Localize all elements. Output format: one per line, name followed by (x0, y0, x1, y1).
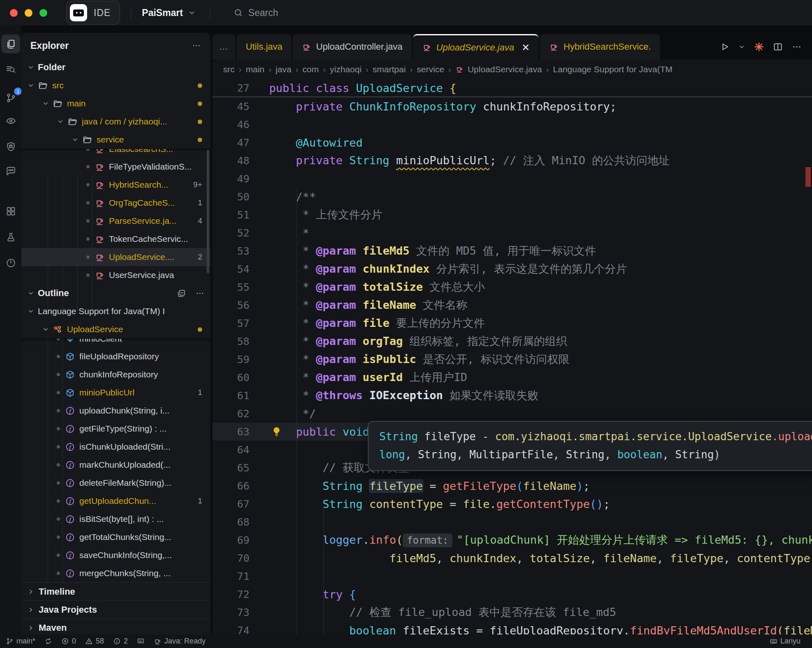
breadcrumb-item[interactable]: Language Support for Java(TM (553, 64, 673, 74)
outline-item[interactable]: fisBitSet(byte[], int) : ... (21, 510, 210, 528)
sidebar-section-java-projects[interactable]: Java Projects (21, 600, 210, 618)
line-number[interactable]: 61 (212, 390, 249, 402)
tab-UploadServicejava[interactable]: UploadService.java✕ (413, 34, 539, 60)
line-number[interactable]: 45 (212, 101, 249, 113)
more-icon[interactable] (195, 289, 205, 298)
outline-item[interactable]: fuploadChunk(String, i... (21, 402, 210, 420)
code-line-57[interactable]: 57 * @param file 要上传的分片文件 (212, 314, 812, 332)
code-line-55[interactable]: 55 * @param totalSize 文件总大小 (212, 278, 812, 296)
tab-Utilsjava[interactable]: Utils.java (237, 34, 291, 60)
explorer-item[interactable]: OrgTagCacheS...1 (21, 194, 210, 212)
code-line-53[interactable]: 53 * @param fileMd5 文件的 MD5 值, 用于唯一标识文件 (212, 242, 812, 260)
minimize-button[interactable] (25, 9, 32, 17)
code-line-56[interactable]: 56 * @param fileName 文件名称 (212, 296, 812, 314)
outline-item[interactable]: fmarkChunkUploaded(... (21, 456, 210, 474)
explorer-item[interactable]: HybridSearch...9+ (21, 176, 210, 194)
outline-item[interactable]: fgetUploadedChun...1 (21, 492, 210, 510)
code-line-54[interactable]: 54 * @param chunkIndex 分片索引, 表示这是文件的第几个分… (212, 260, 812, 278)
outline-item[interactable]: minioClient (21, 338, 210, 347)
code-line-59[interactable]: 59 * @param isPublic 是否公开, 标识文件访问权限 (212, 350, 812, 368)
outline-item[interactable]: Language Support for Java(TM) I (21, 302, 210, 320)
code-line-60[interactable]: 60 * @param userId 上传用户ID (212, 368, 812, 386)
window-controls[interactable] (10, 9, 47, 17)
explorer-item[interactable]: UserService.java (21, 266, 210, 284)
line-number[interactable]: 70 (212, 552, 249, 564)
explorer-item[interactable]: java / com / yizhaoqi... (21, 113, 210, 131)
breadcrumb-item[interactable]: src (223, 64, 235, 74)
explorer-item[interactable]: FileTypeValidationS... (21, 158, 210, 176)
outline-item[interactable]: UploadService (21, 320, 210, 338)
global-search[interactable]: Search (233, 7, 278, 18)
line-number[interactable]: 57 (212, 317, 249, 329)
code-line-71[interactable]: 71 (212, 567, 812, 585)
line-number[interactable]: 52 (212, 227, 249, 239)
line-number[interactable]: 60 (212, 372, 249, 384)
line-number[interactable]: 64 (212, 444, 249, 456)
activity-search-list-icon[interactable] (1, 60, 20, 79)
line-number[interactable]: 65 (212, 462, 249, 474)
code-line-47[interactable]: 47 @Autowired (212, 133, 812, 152)
activity-beaker-icon[interactable] (1, 227, 20, 246)
breadcrumb[interactable]: src›main›java›com›yizhaoqi›smartpai›serv… (212, 60, 812, 79)
breadcrumb-item[interactable]: smartpai (373, 64, 406, 74)
line-number[interactable]: 56 (212, 299, 249, 311)
status-keyboard-icon[interactable]: Lanyu (770, 637, 800, 646)
folder-section-header[interactable]: Folder (21, 58, 210, 76)
outline-item[interactable]: fdeleteFileMark(String)... (21, 474, 210, 492)
line-number[interactable]: 50 (212, 191, 249, 203)
outline-header[interactable]: Outline (21, 284, 210, 302)
code-line-45[interactable]: 45 private ChunkInfoRepository chunkInfo… (212, 97, 812, 115)
outline-item[interactable]: fmergeChunks(String, ... (21, 564, 210, 582)
tab-[interactable]: … (212, 34, 235, 60)
code-line-72[interactable]: 72 try { (212, 585, 812, 603)
status-git-branch-icon[interactable]: main* (6, 637, 35, 646)
lightbulb-icon[interactable] (271, 426, 282, 437)
status-java-cup-icon[interactable]: Java: Ready (154, 637, 205, 646)
close-button[interactable] (10, 9, 18, 17)
code-line-62[interactable]: 62 */ (212, 404, 812, 423)
line-number[interactable]: 67 (212, 498, 249, 510)
close-icon[interactable]: ✕ (521, 42, 530, 53)
code-editor[interactable]: 27public class UploadService {45 private… (212, 79, 812, 634)
line-number[interactable]: 72 (212, 588, 249, 600)
more-icon[interactable] (791, 41, 802, 52)
maximize-button[interactable] (39, 9, 47, 17)
code-line-61[interactable]: 61 * @throws IOException 如果文件读取失败 (212, 386, 812, 404)
line-number[interactable]: 54 (212, 263, 249, 275)
outline-item[interactable]: fisChunkUploaded(Stri... (21, 438, 210, 456)
tab-UploadControllerjava[interactable]: UploadController.java (293, 34, 411, 60)
line-number[interactable]: 48 (212, 155, 249, 167)
breadcrumb-item[interactable]: service (417, 64, 444, 74)
line-number[interactable]: 73 (212, 607, 249, 618)
line-number[interactable]: 71 (212, 570, 249, 582)
code-line-70[interactable]: 70 fileMd5, chunkIndex, totalSize, fileN… (212, 549, 812, 567)
line-number[interactable]: 69 (212, 534, 249, 546)
starburst-icon[interactable] (754, 41, 764, 52)
line-number[interactable]: 49 (212, 173, 249, 185)
code-line-46[interactable]: 46 (212, 115, 812, 133)
sidebar-scrollbar[interactable] (207, 150, 209, 273)
explorer-item[interactable]: ParseService.ja...4 (21, 212, 210, 230)
breadcrumb-item[interactable]: main (246, 64, 265, 74)
line-number[interactable]: 27 (212, 82, 249, 94)
activity-bug-shield-icon[interactable] (1, 137, 20, 156)
code-line-50[interactable]: 50 /** (212, 188, 812, 206)
project-selector[interactable]: PaiSmart (142, 7, 199, 18)
explorer-item[interactable]: ElasticsearchS... (21, 149, 210, 158)
code-line-52[interactable]: 52 * (212, 224, 812, 242)
breadcrumb-item[interactable]: yizhaoqi (330, 64, 362, 74)
line-number[interactable]: 68 (212, 516, 249, 528)
outline-item[interactable]: fgetFileType(String) : ... (21, 420, 210, 438)
code-line-68[interactable]: 68 (212, 513, 812, 531)
code-line-74[interactable]: 74 boolean fileExists = fileUploadReposi… (212, 621, 812, 634)
line-number[interactable]: 55 (212, 281, 249, 293)
line-number[interactable]: 58 (212, 335, 249, 347)
code-line-49[interactable]: 49 (212, 170, 812, 188)
explorer-item[interactable]: main (21, 94, 210, 113)
collapse-all-icon[interactable] (177, 289, 186, 298)
tab-HybridSearchService[interactable]: HybridSearchService. (540, 34, 660, 60)
line-number[interactable]: 53 (212, 245, 249, 257)
status-sync-icon[interactable] (44, 637, 52, 645)
activity-files-icon[interactable] (1, 34, 20, 53)
status-warning-icon[interactable]: 58 (85, 637, 104, 646)
